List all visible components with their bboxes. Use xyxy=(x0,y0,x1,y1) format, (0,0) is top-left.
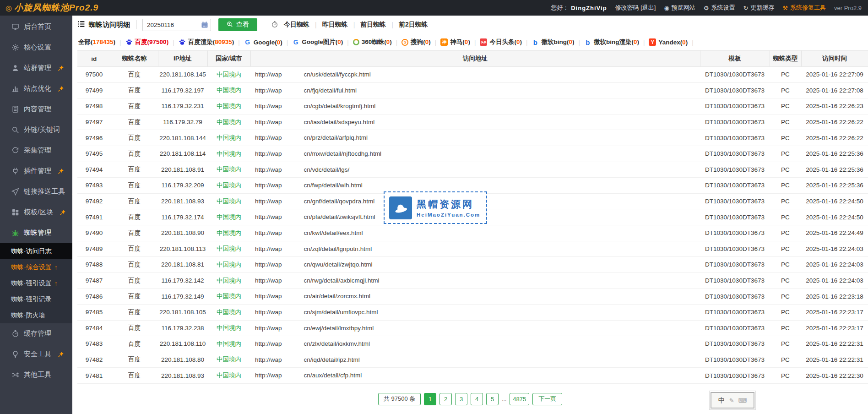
repair-tool-link[interactable]: ⚒ 系统修复工具 xyxy=(782,4,826,12)
date-link-前日蜘蛛[interactable]: 前日蜘蛛 xyxy=(360,21,386,29)
toolbar: 蜘蛛访问明细 查看 xyxy=(72,16,868,34)
filter-微软bing渲染[interactable]: b微软bing渲染(0) xyxy=(584,38,639,46)
sidebar-item-外链/关键词[interactable]: 外链/关键词 xyxy=(0,120,72,140)
filter-label: 微软bing渲染(0) xyxy=(594,38,639,46)
ime-toolbar[interactable]: 中 ✎ ⌨ xyxy=(711,392,754,409)
region-cell: 中国境内 xyxy=(207,178,250,194)
sidebar-subitem-蜘蛛·强引记录[interactable]: 蜘蛛·强引记录 xyxy=(0,291,72,307)
sidebar-subitem-蜘蛛·访问日志[interactable]: 蜘蛛·访问日志 xyxy=(0,243,72,259)
filter-count: 178435 xyxy=(93,38,114,45)
region-cell: 中国境内 xyxy=(207,193,250,209)
sidebar-item-后台首页[interactable]: 后台首页 xyxy=(0,16,72,37)
url-prefix: http://wap xyxy=(255,166,282,173)
page-button-4[interactable]: 4 xyxy=(471,393,483,405)
sync-icon xyxy=(11,147,19,154)
url-suffix: cn/mxw/detail/njftocdhg.html xyxy=(304,150,382,157)
filter-百度[interactable]: 百度(97500) xyxy=(125,38,169,46)
table-row: 97486百度116.179.32.149中国境内http://wapcn/ai… xyxy=(77,289,868,305)
page-button-5[interactable]: 5 xyxy=(486,393,499,405)
page-button-1[interactable]: 1 xyxy=(424,393,436,405)
region-cell: 中国境内 xyxy=(207,368,250,384)
filter-搜狗[interactable]: S搜狗(0) xyxy=(401,38,431,46)
date-field-wrap xyxy=(142,19,211,31)
column-header-蜘蛛类型: 蜘蛛类型 xyxy=(770,51,801,67)
visit-time-cell: 2025-01-16 22:23:17 xyxy=(801,320,868,336)
filter-count: 0 xyxy=(337,38,341,45)
next-page-button[interactable]: 下一页 xyxy=(532,393,562,405)
filter-百度渲染[interactable]: 百度渲染(80935) xyxy=(179,38,234,46)
refresh-cache-link[interactable]: ↻ 更新缓存 xyxy=(743,4,774,12)
watermark-text: 黑帽资源网 HeiMaoZiYuan.Com xyxy=(417,198,480,218)
spider-type-cell: PC xyxy=(770,257,801,273)
visit-time-cell: 2025-01-16 22:24:03 xyxy=(801,272,868,289)
sidebar-subitem-蜘蛛·强引设置[interactable]: 蜘蛛·强引设置↑ xyxy=(0,275,72,291)
sidebar-item-站点优化[interactable]: 站点优化 xyxy=(0,78,72,99)
visit-time-cell: 2025-01-16 22:24:03 xyxy=(801,257,868,273)
ip-cell: 116.179.32.79 xyxy=(158,114,207,130)
filter-Google图片[interactable]: GGoogle图片(0) xyxy=(292,38,343,46)
ip-cell: 220.181.108.93 xyxy=(158,193,207,209)
gear-icon xyxy=(11,44,19,51)
sidebar-subitem-蜘蛛·防火墙[interactable]: 蜘蛛·防火墙 xyxy=(0,307,72,323)
sidebar-item-其他工具[interactable]: 其他工具 xyxy=(0,365,72,385)
sidebar-item-链接推送工具[interactable]: 链接推送工具 xyxy=(0,181,72,202)
template-cell: DT1030/1030DT3673 xyxy=(700,352,770,368)
sidebar-item-采集管理[interactable]: 采集管理 xyxy=(0,140,72,161)
url-suffix: cn/ewj/detail/lmxtbpy.html xyxy=(304,325,374,332)
sidebar-item-站群管理[interactable]: 站群管理 xyxy=(0,58,72,78)
sidebar-item-核心设置[interactable]: 核心设置 xyxy=(0,37,72,58)
filter-count: 0 xyxy=(516,38,520,45)
system-settings-link[interactable]: ⚙ 系统设置 xyxy=(704,4,735,12)
ime-chinese-mode[interactable]: 中 xyxy=(718,396,725,405)
sidebar-item-蜘蛛管理[interactable]: 蜘蛛管理 xyxy=(0,223,72,243)
sidebar-item-缓存管理[interactable]: 缓存管理 xyxy=(0,323,72,344)
url-suffix: cn/sjm/detail/umfiovpc.html xyxy=(304,309,378,316)
template-cell: DT1030/1030DT3673 xyxy=(700,257,770,273)
sidebar-subitem-蜘蛛·综合设置[interactable]: 蜘蛛·综合设置↑ xyxy=(0,259,72,275)
page-button-2[interactable]: 2 xyxy=(439,393,452,405)
spider-name-cell: 百度 xyxy=(111,225,158,241)
calendar-icon[interactable] xyxy=(201,21,208,30)
visit-time-cell: 2025-01-16 22:27:08 xyxy=(801,82,868,98)
url-prefix: http://wap xyxy=(255,134,282,141)
sidebar-subitem-label: 蜘蛛·防火墙 xyxy=(11,311,45,320)
view-button[interactable]: 查看 xyxy=(218,18,257,31)
filter-Google[interactable]: GGoogle(0) xyxy=(244,38,282,46)
url-suffix: cn/iqd/detail/ipz.html xyxy=(304,356,360,363)
ime-pen-icon[interactable]: ✎ xyxy=(729,397,734,404)
id-cell: 97489 xyxy=(77,241,111,257)
sidebar-item-安全工具[interactable]: 安全工具 xyxy=(0,344,72,365)
page-button-4875[interactable]: 4875 xyxy=(510,393,529,405)
date-link-今日蜘蛛[interactable]: 今日蜘蛛 xyxy=(284,21,309,29)
ime-keyboard-icon[interactable]: ⌨ xyxy=(738,397,747,404)
filter-神马[interactable]: 神神马(0) xyxy=(440,38,470,46)
filter-360蜘蛛[interactable]: 360蜘蛛(0) xyxy=(353,38,392,46)
id-cell: 97500 xyxy=(77,67,111,83)
sidebar-item-模板/区块[interactable]: 模板/区块 xyxy=(0,202,72,223)
spider-type-cell: PC xyxy=(770,209,801,225)
page-button-3[interactable]: 3 xyxy=(455,393,467,405)
filter-Yandex[interactable]: YYandex(0) xyxy=(649,38,688,46)
date-link-昨日蜘蛛[interactable]: 昨日蜘蛛 xyxy=(322,21,348,29)
ip-cell: 220.181.108.90 xyxy=(158,225,207,241)
separator: | xyxy=(315,21,317,28)
url-domain-redacted xyxy=(282,341,304,348)
sidebar-subitem-label: 蜘蛛·强引记录 xyxy=(11,295,52,304)
date-link-前2日蜘蛛[interactable]: 前2日蜘蛛 xyxy=(399,21,428,29)
filter-微软bing[interactable]: b微软bing(0) xyxy=(532,38,574,46)
sidebar-item-内容管理[interactable]: 内容管理 xyxy=(0,99,72,120)
filter-今日头条[interactable]: 头条今日头条(0) xyxy=(480,38,522,46)
id-cell: 97482 xyxy=(77,352,111,368)
preview-site-link[interactable]: ◉ 预览网站 xyxy=(664,4,695,12)
change-password-link[interactable]: 修改密码 [退出] xyxy=(615,4,656,12)
greeting-text: 您好： DingZhiVip xyxy=(551,4,607,12)
sidebar-spider-submenu: 蜘蛛·访问日志蜘蛛·综合设置↑蜘蛛·强引设置↑蜘蛛·强引记录蜘蛛·防火墙 xyxy=(0,243,72,323)
url-domain-redacted xyxy=(282,87,304,94)
url-cell: http://wapcn/rwg/detail/axblcmqjl.html xyxy=(250,272,700,289)
url-domain-redacted xyxy=(282,373,304,379)
sidebar-item-插件管理[interactable]: 插件管理 xyxy=(0,161,72,181)
filter-全部[interactable]: 全部(178435) xyxy=(78,38,115,46)
up-arrow-icon: ↑ xyxy=(54,280,58,287)
table-row: 97482百度220.181.108.80中国境内http://wapcn/iq… xyxy=(77,352,868,368)
topbar-actions: 您好： DingZhiVip 修改密码 [退出] ◉ 预览网站 ⚙ 系统设置 ↻… xyxy=(551,4,862,12)
